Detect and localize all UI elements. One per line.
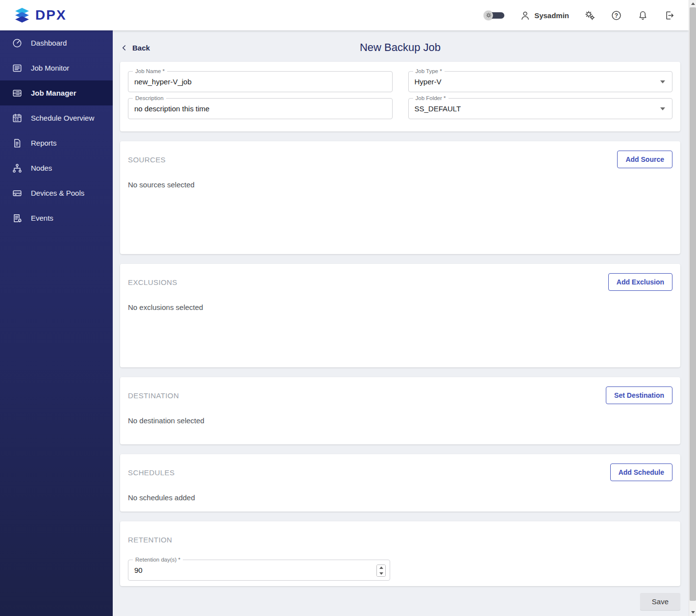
scroll-down-icon[interactable]	[689, 609, 696, 616]
sidebar-item-label: Devices & Pools	[31, 189, 84, 197]
chevron-down-icon	[660, 107, 665, 110]
description-field: Description	[128, 98, 393, 119]
retention-title: RETENTION	[128, 536, 172, 544]
help-icon[interactable]: ?	[610, 9, 622, 21]
logo-text: DPX	[35, 7, 67, 23]
save-row: Save	[120, 593, 680, 610]
add-source-button[interactable]: Add Source	[617, 151, 672, 168]
job-name-field: Job Name *	[128, 71, 393, 92]
destination-title: DESTINATION	[128, 391, 179, 400]
sidebar-item-reports[interactable]: Reports	[0, 130, 113, 155]
exclusions-card: EXCLUSIONS Add Exclusion No exclusions s…	[120, 264, 680, 367]
schedules-title: SCHEDULES	[128, 468, 174, 477]
job-monitor-icon	[12, 63, 23, 74]
job-folder-label: Job Folder *	[413, 95, 448, 102]
sidebar-item-job-manager[interactable]: Job Manager	[0, 80, 113, 105]
retention-card: RETENTION Retention day(s) *	[120, 521, 680, 586]
schedules-head: SCHEDULES Add Schedule	[128, 463, 672, 482]
sources-empty-text: No sources selected	[128, 180, 672, 189]
vertical-scrollbar[interactable]	[689, 0, 696, 616]
sidebar-item-label: Reports	[31, 139, 57, 147]
job-type-select[interactable]: Job Type * Hyper-V	[408, 71, 673, 92]
dashboard-icon	[12, 38, 23, 49]
sidebar-item-label: Dashboard	[31, 39, 67, 47]
retention-days-label: Retention day(s) *	[133, 557, 183, 563]
dpx-logo[interactable]: DPX	[14, 7, 67, 23]
sidebar: Dashboard Job Monitor Job Manager Schedu…	[0, 30, 113, 616]
theme-toggle[interactable]	[484, 10, 504, 20]
add-exclusion-button[interactable]: Add Exclusion	[608, 273, 672, 291]
sidebar-item-events[interactable]: Events	[0, 205, 113, 231]
job-details-form: Job Name * Job Type * Hyper-V Descriptio…	[128, 71, 672, 119]
sources-title: SOURCES	[128, 155, 166, 164]
sidebar-item-job-monitor[interactable]: Job Monitor	[0, 55, 113, 80]
stepper-down-icon[interactable]	[377, 571, 385, 577]
job-folder-select[interactable]: Job Folder * SS_DEFAULT	[408, 98, 673, 119]
job-type-value: Hyper-V	[409, 72, 672, 92]
notifications-bell-icon[interactable]	[637, 9, 648, 21]
exclusions-title: EXCLUSIONS	[128, 278, 177, 286]
page-title: New Backup Job	[120, 41, 680, 54]
destination-card: DESTINATION Set Destination No destinati…	[120, 377, 680, 444]
user-icon	[519, 9, 531, 21]
system-settings-icon[interactable]	[584, 9, 596, 21]
top-header: DPX Sysadmin	[0, 0, 689, 30]
header-actions: Sysadmin ?	[484, 9, 675, 21]
exclusions-empty-text: No exclusions selected	[128, 303, 672, 311]
sidebar-item-devices-pools[interactable]: Devices & Pools	[0, 180, 113, 205]
sources-card: SOURCES Add Source No sources selected	[120, 141, 680, 254]
sidebar-item-label: Job Monitor	[31, 64, 69, 72]
job-name-input[interactable]	[128, 72, 392, 92]
sidebar-item-schedule-overview[interactable]: Schedule Overview	[0, 105, 113, 130]
reports-icon	[12, 138, 23, 149]
set-destination-button[interactable]: Set Destination	[606, 386, 672, 404]
number-stepper	[376, 565, 386, 577]
sidebar-item-label: Events	[31, 214, 53, 222]
chevron-down-icon	[660, 80, 665, 83]
sources-head: SOURCES Add Source	[128, 150, 672, 169]
sidebar-item-label: Job Manager	[31, 89, 76, 97]
job-type-label: Job Type *	[413, 68, 445, 75]
nodes-icon	[12, 163, 23, 174]
destination-empty-text: No destination selected	[128, 416, 672, 425]
save-button[interactable]: Save	[640, 593, 680, 610]
description-input[interactable]	[128, 99, 392, 119]
schedule-icon	[12, 113, 23, 124]
exclusions-head: EXCLUSIONS Add Exclusion	[128, 273, 672, 291]
user-menu[interactable]: Sysadmin	[519, 9, 569, 21]
schedules-empty-text: No schedules added	[128, 493, 672, 502]
devices-icon	[12, 188, 23, 199]
job-details-card: Job Name * Job Type * Hyper-V Descriptio…	[120, 62, 680, 131]
stepper-up-icon[interactable]	[377, 565, 385, 571]
job-name-label: Job Name *	[133, 68, 167, 75]
svg-text:?: ?	[614, 12, 618, 19]
retention-head: RETENTION	[128, 530, 672, 549]
app-window: DPX Sysadmin	[0, 0, 696, 616]
user-name: Sysadmin	[534, 11, 569, 20]
scroll-up-icon[interactable]	[689, 0, 696, 7]
events-icon	[12, 213, 23, 224]
page-header: Back New Backup Job	[120, 38, 680, 57]
description-label: Description	[133, 95, 166, 102]
logout-icon[interactable]	[663, 9, 675, 21]
job-manager-icon	[12, 88, 23, 99]
sidebar-item-dashboard[interactable]: Dashboard	[0, 30, 113, 55]
main-content: Back New Backup Job Job Name * Job Type …	[113, 30, 689, 616]
sidebar-item-label: Nodes	[31, 164, 52, 172]
sidebar-item-nodes[interactable]: Nodes	[0, 155, 113, 180]
retention-days-field: Retention day(s) *	[128, 560, 390, 581]
job-folder-value: SS_DEFAULT	[409, 99, 672, 119]
destination-head: DESTINATION Set Destination	[128, 386, 672, 405]
add-schedule-button[interactable]: Add Schedule	[610, 463, 672, 481]
scrollbar-thumb[interactable]	[690, 7, 696, 601]
toggle-knob-gear-icon	[484, 11, 493, 20]
dpx-logo-icon	[14, 7, 30, 23]
retention-days-input[interactable]	[128, 560, 390, 580]
schedules-card: SCHEDULES Add Schedule No schedules adde…	[120, 454, 680, 512]
sidebar-item-label: Schedule Overview	[31, 114, 94, 122]
